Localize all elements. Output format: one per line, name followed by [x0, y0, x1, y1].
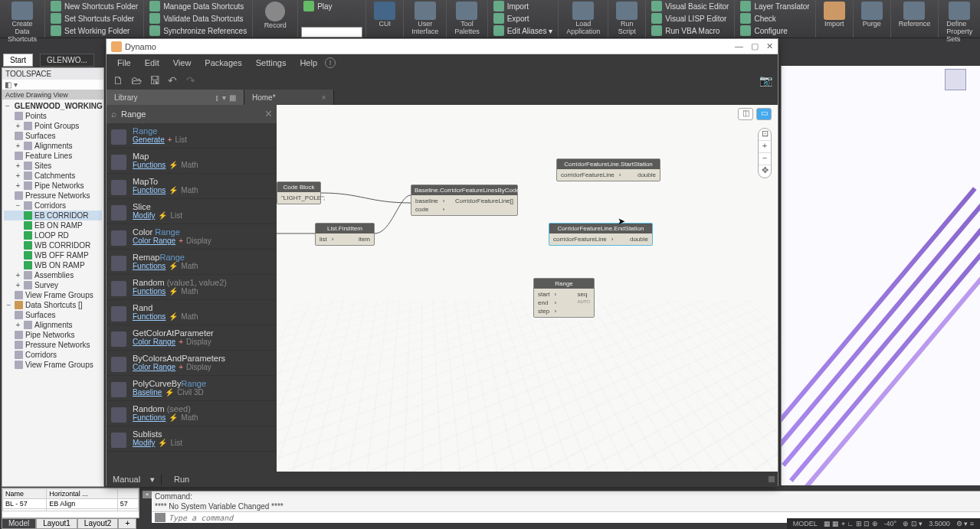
ds-pipe[interactable]: Pipe Networks — [4, 330, 102, 340]
tree-assemblies[interactable]: +Assemblies — [4, 270, 102, 280]
menu-edit[interactable]: Edit — [139, 57, 166, 69]
corridor-eb[interactable]: EB CORRIDOR — [4, 211, 102, 220]
user-interface-button[interactable]: User Interface — [407, 0, 443, 37]
set-working-folder[interactable]: Set Working Folder — [48, 24, 140, 37]
library-result[interactable]: ByColorsAndParameters Color Range+Displa… — [107, 351, 277, 376]
validate-data-shortcuts[interactable]: Validate Data Shortcuts — [147, 12, 249, 24]
new-icon[interactable]: 🗋 — [113, 74, 125, 87]
library-result[interactable]: Sublists Modify⚡List — [107, 426, 277, 452]
tree-corridors[interactable]: −Corridors — [4, 201, 102, 211]
working-tab[interactable]: GLENWO... — [40, 54, 94, 67]
ds-view[interactable]: View Frame Groups — [4, 360, 102, 370]
import-big[interactable]: Import — [819, 0, 850, 29]
undo-icon[interactable]: ↶ — [168, 74, 180, 87]
tree-surfaces[interactable]: Surfaces — [4, 131, 102, 141]
edit-aliases-button[interactable]: Edit Aliases ▾ — [491, 24, 555, 37]
corridor-wb[interactable]: WB CORRIDOR — [4, 240, 102, 250]
library-result[interactable]: PolyCurveByRange Baseline⚡Civil 3D — [107, 376, 277, 401]
reference-button[interactable]: Reference — [894, 0, 936, 29]
library-tab[interactable]: Library ⫿▾▦ — [107, 90, 244, 105]
minimize-icon[interactable]: — — [735, 41, 743, 51]
cmd-close-button[interactable]: × — [143, 491, 152, 498]
view-cube[interactable] — [945, 69, 966, 90]
check-button[interactable]: Check — [738, 12, 811, 24]
define-property-sets[interactable]: Define Property Sets — [942, 0, 977, 44]
run-script-button[interactable]: Run Script — [611, 0, 642, 37]
node-cfl-endstation[interactable]: CorridorFeatureLine.EndStation corridorF… — [549, 223, 653, 246]
tree-survey[interactable]: +Survey — [4, 280, 102, 290]
vb-editor[interactable]: Visual Basic Editor — [649, 0, 731, 12]
zoom-fit-icon[interactable]: ⊡ — [759, 129, 771, 141]
sync-references[interactable]: Synchronize References — [147, 24, 249, 37]
play-button[interactable]: Play — [301, 0, 362, 12]
tab-layout1[interactable]: Layout1 — [36, 518, 77, 529]
tree-data-shortcuts[interactable]: −Data Shortcuts [] — [4, 300, 102, 310]
corridor-loop[interactable]: LOOP RD — [4, 230, 102, 240]
library-result[interactable]: Slice Modify⚡List — [107, 199, 277, 224]
library-result[interactable]: Rand Functions⚡Math — [107, 300, 277, 325]
corridor-wb-on[interactable]: WB ON RAMP — [4, 260, 102, 270]
vlisp-editor[interactable]: Visual LISP Editor — [649, 12, 731, 24]
toolspace-toolbar[interactable]: ◧ ▾ — [2, 80, 103, 90]
tool-palettes-button[interactable]: Tool Palettes — [450, 0, 484, 37]
library-result[interactable]: GetColorAtParameter Color Range+Display — [107, 325, 277, 351]
filter-icon[interactable]: ⫿ — [215, 93, 219, 102]
node-range[interactable]: Range start› end› step› seqAUTO — [533, 278, 595, 318]
manage-data-shortcuts[interactable]: Manage Data Shortcuts — [147, 0, 249, 12]
library-result[interactable]: MapTo Functions⚡Math — [107, 174, 277, 199]
maximize-icon[interactable]: ▢ — [751, 41, 759, 51]
macro-name-input[interactable] — [301, 27, 362, 38]
load-application-button[interactable]: Load Application — [562, 0, 605, 37]
status-model[interactable]: MODEL — [793, 520, 818, 527]
clear-search-icon[interactable]: × — [265, 107, 272, 121]
home-tab[interactable]: Home*× — [244, 90, 334, 105]
library-result[interactable]: Color Range Color Range+Display — [107, 224, 277, 250]
run-mode-select[interactable]: Manual▾ — [107, 475, 162, 485]
tree-catchments[interactable]: +Catchments — [4, 171, 102, 181]
zoom-pan-icon[interactable]: ✥ — [759, 165, 771, 178]
search-input[interactable] — [121, 109, 265, 119]
tab-model[interactable]: Model — [2, 518, 36, 529]
run-vba-macro[interactable]: Run VBA Macro — [649, 24, 731, 37]
open-icon[interactable]: 🗁 — [131, 74, 143, 87]
tree-sites[interactable]: +Sites — [4, 161, 102, 171]
library-result[interactable]: Random (seed) Functions⚡Math — [107, 401, 277, 426]
library-result[interactable]: Random (value1, value2) Functions⚡Math — [107, 275, 277, 300]
help-icon[interactable]: ! — [325, 57, 336, 68]
export-button[interactable]: Export — [491, 12, 555, 24]
corridor-eb-onramp[interactable]: EB ON RAMP — [4, 220, 102, 230]
zoom-out-icon[interactable]: − — [759, 153, 771, 165]
menu-settings[interactable]: Settings — [250, 57, 293, 69]
menu-file[interactable]: File — [111, 57, 137, 69]
grid-header-name[interactable]: Name — [3, 489, 47, 499]
dynamo-titlebar[interactable]: Dynamo — ▢ ✕ — [107, 39, 778, 54]
tree-feature-lines[interactable]: Feature Lines — [4, 151, 102, 161]
model-viewport[interactable] — [781, 66, 980, 485]
cui-button[interactable]: CUI — [369, 0, 400, 29]
record-button[interactable]: Record — [256, 0, 294, 31]
start-tab[interactable]: Start — [3, 54, 33, 67]
node-list-firstitem[interactable]: List.FirstItem list›item — [315, 223, 375, 246]
resize-grip-icon[interactable] — [769, 476, 775, 482]
camera-icon[interactable]: 📷 — [759, 74, 772, 87]
ds-corridors[interactable]: Corridors — [4, 350, 102, 360]
run-button[interactable]: Run — [162, 475, 202, 484]
nav-3d[interactable]: ◫ — [738, 108, 753, 120]
corridor-wb-off[interactable]: WB OFF RAMP — [4, 250, 102, 260]
library-result[interactable]: Range Generate+List — [107, 123, 277, 149]
new-shortcuts-folder[interactable]: New Shortcuts Folder — [48, 0, 140, 12]
sort-icon[interactable]: ▾ — [222, 93, 226, 102]
save-icon[interactable]: 🖫 — [149, 74, 162, 87]
menu-view[interactable]: View — [167, 57, 198, 69]
close-icon[interactable]: ✕ — [766, 41, 773, 51]
tree-pipe-networks[interactable]: +Pipe Networks — [4, 181, 102, 191]
tree-point-groups[interactable]: +Point Groups — [4, 121, 102, 131]
layer-translator[interactable]: Layer Translator — [738, 0, 811, 12]
ds-pressure[interactable]: Pressure Networks — [4, 340, 102, 350]
tree-root[interactable]: −GLENWOOD_WORKING — [4, 101, 102, 111]
tree-view-frame-groups[interactable]: View Frame Groups — [4, 290, 102, 300]
tree-alignments[interactable]: +Alignments — [4, 141, 102, 151]
grid-cell-name[interactable]: BL - 57 — [3, 499, 47, 509]
tree-pressure-networks[interactable]: Pressure Networks — [4, 191, 102, 201]
nav-2d[interactable]: ▭ — [756, 108, 772, 120]
